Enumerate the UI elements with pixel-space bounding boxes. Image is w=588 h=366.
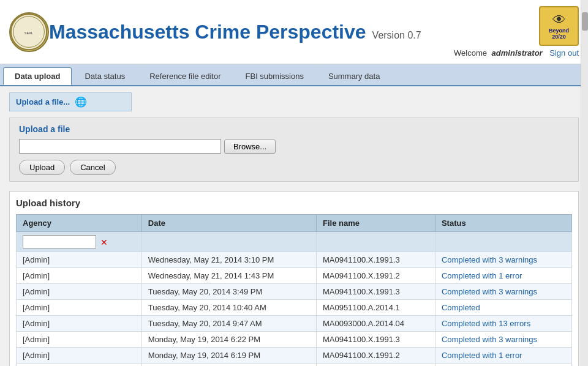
cell-date: Tuesday, May 20, 2014 10:40 AM — [141, 300, 316, 316]
cell-date: Monday, May 19, 2014 6:22 PM — [141, 332, 316, 348]
table-row: [Admin]Monday, May 19, 2014 6:18 PMMA094… — [17, 364, 572, 367]
cell-date: Tuesday, May 20, 2014 3:49 PM — [141, 284, 316, 300]
ma-seal-logo: SEAL — [9, 12, 49, 52]
cell-status: Completed with 3 warnings — [435, 332, 571, 348]
status-link[interactable]: Completed with 1 error — [442, 271, 522, 280]
status-link[interactable]: Completed with 13 errors — [442, 319, 530, 328]
welcome-area: Welcome administrator Sign out — [454, 48, 579, 58]
filename-filter-cell — [317, 232, 435, 252]
cell-agency: [Admin] — [17, 252, 142, 268]
cancel-button[interactable]: Cancel — [70, 160, 115, 175]
tab-summary-data[interactable]: Summary data — [317, 67, 392, 85]
upload-file-bar[interactable]: Upload a file... 🌐 — [9, 92, 132, 111]
cell-status: Completed — [435, 300, 571, 316]
upload-history-title: Upload history — [16, 198, 572, 208]
app-version: Version 0.7 — [372, 30, 421, 41]
tab-fbi-submissions[interactable]: FBI submissions — [234, 67, 315, 85]
file-text-input[interactable] — [19, 139, 221, 154]
form-buttons: Upload Cancel — [19, 160, 569, 175]
table-body: ✕ [Admin]Wednesday, May 21, 2014 3:10 PM… — [17, 232, 572, 367]
table-row: [Admin]Monday, May 19, 2014 6:22 PMMA094… — [17, 332, 572, 348]
tab-reference-file-editor[interactable]: Reference file editor — [138, 67, 232, 85]
cell-date: Monday, May 19, 2014 6:18 PM — [141, 364, 316, 367]
browse-button[interactable]: Browse... — [224, 140, 276, 154]
username: administrator — [492, 48, 543, 58]
welcome-text: Welcome — [454, 48, 487, 58]
upload-form-section: Upload a file Browse... Upload Cancel — [9, 118, 579, 182]
cell-filename: MA0941100.X.1991.3 — [317, 284, 435, 300]
scrollbar-thumb[interactable] — [582, 12, 588, 31]
filter-clear-button[interactable]: ✕ — [99, 237, 110, 248]
globe-icon: 🌐 — [75, 96, 87, 108]
cell-date: Tuesday, May 20, 2014 9:47 AM — [141, 316, 316, 332]
status-link[interactable]: Completed with 1 error — [442, 351, 522, 360]
sign-out-link[interactable]: Sign out — [549, 48, 579, 58]
beyond-eye-icon: 👁 — [552, 12, 566, 28]
upload-form-title: Upload a file — [19, 124, 569, 134]
cell-agency: [Admin] — [17, 268, 142, 284]
history-table: Agency Date File name Status ✕ — [16, 214, 572, 366]
upload-history-section: Upload history Agency Date File name Sta… — [9, 191, 579, 366]
table-header-row: Agency Date File name Status — [17, 215, 572, 232]
status-filter-cell — [435, 232, 571, 252]
cell-status: Completed with 1 error — [435, 348, 571, 364]
status-link[interactable]: Completed — [442, 303, 480, 312]
header-right: 👁 Beyond20/20 Welcome administrator Sign… — [454, 6, 579, 58]
filter-row: ✕ — [17, 232, 572, 252]
tab-data-status[interactable]: Data status — [73, 67, 137, 85]
cell-filename: MA0093000.A.2014.04 — [317, 316, 435, 332]
cell-filename: MA0941100.X.1991.3 — [317, 252, 435, 268]
cell-agency: [Admin] — [17, 332, 142, 348]
beyond-logo: 👁 Beyond20/20 — [539, 6, 579, 46]
svg-text:SEAL: SEAL — [24, 31, 33, 34]
cell-filename: MA0941100.X.1991.3 — [317, 332, 435, 348]
table-row: [Admin]Monday, May 19, 2014 6:19 PMMA094… — [17, 348, 572, 364]
cell-date: Wednesday, May 21, 2014 3:10 PM — [141, 252, 316, 268]
app-title: Massachusetts Crime Perspective — [49, 21, 366, 43]
cell-filename: MA0941100.X.1991.2 — [317, 268, 435, 284]
col-header-filename: File name — [317, 215, 435, 232]
cell-status: Completed with 3 warnings — [435, 284, 571, 300]
cell-date: Wednesday, May 21, 2014 1:43 PM — [141, 268, 316, 284]
tab-data-upload[interactable]: Data upload — [3, 67, 72, 85]
cell-agency: [Admin] — [17, 364, 142, 367]
cell-filename: MA0951100.A.2014.1 — [317, 300, 435, 316]
header: SEAL Massachusetts Crime Perspective Ver… — [0, 0, 588, 64]
status-link[interactable]: Completed with 3 warnings — [442, 335, 537, 344]
cell-agency: [Admin] — [17, 300, 142, 316]
scrollbar[interactable] — [581, 0, 588, 366]
cell-filename: MA0941100.X.1991.2 — [317, 348, 435, 364]
cell-agency: [Admin] — [17, 284, 142, 300]
table-row: [Admin]Tuesday, May 20, 2014 3:49 PMMA09… — [17, 284, 572, 300]
beyond-logo-text: Beyond20/20 — [549, 28, 569, 40]
cell-status: Completed with 3 warnings — [435, 252, 571, 268]
date-filter-cell — [141, 232, 316, 252]
table-row: [Admin]Wednesday, May 21, 2014 3:10 PMMA… — [17, 252, 572, 268]
cell-filename: MA0941100.X.1991.1 — [317, 364, 435, 367]
table-row: [Admin]Tuesday, May 20, 2014 10:40 AMMA0… — [17, 300, 572, 316]
upload-button[interactable]: Upload — [19, 160, 65, 175]
table-row: [Admin]Tuesday, May 20, 2014 9:47 AMMA00… — [17, 316, 572, 332]
agency-filter-input[interactable] — [23, 235, 96, 248]
status-link[interactable]: Completed with 3 warnings — [442, 255, 537, 264]
cell-status: Completed with 13 errors — [435, 316, 571, 332]
agency-filter-cell: ✕ — [17, 232, 142, 252]
cell-date: Monday, May 19, 2014 6:19 PM — [141, 348, 316, 364]
col-header-agency: Agency — [17, 215, 142, 232]
col-header-status: Status — [435, 215, 571, 232]
cell-status: Completed with 1 error — [435, 268, 571, 284]
upload-file-bar-label: Upload a file... — [16, 97, 70, 106]
file-input-row: Browse... — [19, 139, 569, 154]
nav-tabs: Data upload Data status Reference file e… — [0, 64, 588, 86]
main-content: Upload a file... 🌐 Upload a file Browse.… — [0, 86, 588, 366]
table-row: [Admin]Wednesday, May 21, 2014 1:43 PMMA… — [17, 268, 572, 284]
cell-agency: [Admin] — [17, 316, 142, 332]
status-link[interactable]: Completed with 3 warnings — [442, 287, 537, 296]
cell-status: Completed — [435, 364, 571, 367]
cell-agency: [Admin] — [17, 348, 142, 364]
col-header-date: Date — [141, 215, 316, 232]
